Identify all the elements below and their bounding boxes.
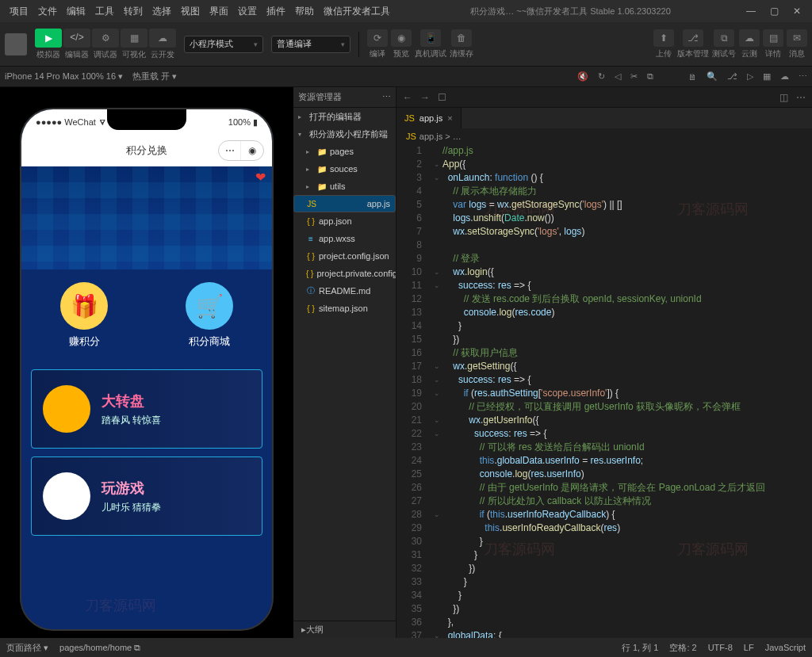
sim-rotate-icon[interactable]: ↻ (598, 71, 605, 82)
file-label: app.wxss (319, 234, 355, 243)
toolbar-button[interactable]: ⟳编译 (367, 29, 388, 59)
menu-item[interactable]: 项目 (5, 6, 33, 17)
compile-select[interactable]: 普通编译▾ (271, 36, 350, 53)
device-select[interactable]: iPhone 14 Pro Max 100% 16 ▾ (5, 71, 123, 82)
status-cursor[interactable]: 行 1, 列 1 (622, 642, 658, 654)
file-label: pages (330, 147, 354, 156)
file-tree-item[interactable]: JSapp.js (293, 195, 396, 212)
editor-toolbar: ← → ☐ ◫ ⋯ (396, 87, 812, 108)
grid-item-mall[interactable]: 🛒 积分商城 (186, 282, 233, 349)
phone-frame: ●●●●● WeChat ⛛ 100% ▮ 积分兑换 ⋯ ◉ ❤ 🎁 赚积分 (20, 108, 274, 631)
file-tree-item[interactable]: { }project.private.config.js… (293, 265, 396, 282)
explorer-cloud-icon[interactable]: ☁ (780, 71, 789, 82)
file-tree-item[interactable]: ≡app.wxss (293, 230, 396, 247)
heart-icon[interactable]: ❤ (255, 170, 266, 185)
menu-item[interactable]: 插件 (262, 6, 290, 17)
menu-item[interactable]: 工具 (90, 6, 119, 17)
toolbar-button[interactable]: ⬆上传 (653, 29, 674, 59)
toolbar-button[interactable]: ☁云测 (739, 29, 760, 59)
editor-more-icon[interactable]: ⋯ (796, 92, 806, 103)
avatar[interactable] (5, 33, 27, 55)
explorer-more-icon[interactable]: ⋯ (799, 71, 807, 82)
file-tree-item[interactable]: ▸📁utils (293, 178, 396, 195)
explorer-more-icon[interactable]: ⋯ (382, 92, 391, 102)
menu-item[interactable]: 编辑 (62, 6, 90, 17)
status-indent[interactable]: 空格: 2 (669, 642, 696, 654)
mode-select[interactable]: 小程序模式▾ (184, 36, 263, 53)
explorer-ext-icon[interactable]: ▦ (763, 71, 771, 82)
simulator-bar: iPhone 14 Pro Max 100% 16 ▾ 热重载 开 ▾ 🔇 ↻ … (0, 67, 812, 87)
menu-item[interactable]: 微信开发者工具 (319, 6, 395, 17)
bookmark-icon[interactable]: ☐ (438, 92, 446, 103)
nav-back-icon[interactable]: ← (403, 92, 412, 103)
phone-status-left: ●●●●● WeChat ⛛ (36, 117, 107, 127)
status-page-path[interactable]: pages/home/home ⧉ (59, 643, 140, 653)
phone-title-bar: 积分兑换 ⋯ ◉ (21, 135, 272, 166)
window-minimize-icon[interactable]: — (746, 6, 756, 17)
nav-fwd-icon[interactable]: → (420, 92, 430, 103)
file-tree-item[interactable]: { }project.config.json (293, 247, 396, 265)
sim-back-icon[interactable]: ◁ (615, 71, 621, 82)
toolbar-button[interactable]: ⎇版本管理 (677, 29, 709, 59)
editor-tab[interactable]: JS app.js × (396, 108, 462, 128)
mode-button[interactable]: ☁ (149, 29, 176, 48)
menu-item[interactable]: 转到 (119, 6, 147, 17)
capsule-button[interactable]: ⋯ ◉ (218, 140, 264, 161)
toolbar-icon: ⎇ (683, 29, 703, 47)
file-tree-item[interactable]: { }app.json (293, 212, 396, 230)
explorer-section[interactable]: ▾积分游戏小程序前端 (293, 125, 396, 143)
card-wheel[interactable]: 大转盘 踏春风 转惊喜 (31, 369, 262, 449)
capsule-menu-icon[interactable]: ⋯ (219, 141, 241, 160)
window-close-icon[interactable]: ✕ (793, 6, 801, 17)
toolbar-button[interactable]: ▤详情 (763, 29, 783, 59)
sim-popout-icon[interactable]: ⧉ (647, 71, 653, 82)
status-eol[interactable]: LF (744, 643, 754, 652)
capsule-close-icon[interactable]: ◉ (241, 141, 263, 160)
window-maximize-icon[interactable]: ▢ (770, 6, 779, 17)
file-tree-item[interactable]: ▸📁souces (293, 160, 396, 178)
menu-item[interactable]: 帮助 (290, 6, 319, 17)
file-tree-item[interactable]: { }sitemap.json (293, 300, 396, 317)
card-subtitle: 儿时乐 猜猜拳 (102, 501, 161, 514)
mode-button[interactable]: ⚙ (92, 29, 119, 48)
explorer-files-icon[interactable]: 🗎 (688, 72, 697, 82)
sim-cut-icon[interactable]: ✂ (630, 71, 638, 82)
sim-mute-icon[interactable]: 🔇 (577, 71, 588, 82)
toolbar-button[interactable]: ◉预览 (391, 29, 412, 59)
explorer-section[interactable]: ▸打开的编辑器 (293, 108, 396, 125)
toolbar-caption: 预览 (393, 48, 409, 59)
hot-reload-toggle[interactable]: 热重载 开 ▾ (132, 71, 177, 82)
toolbar-button[interactable]: 🗑清缓存 (450, 29, 473, 59)
folder-icon: 📁 (317, 182, 327, 191)
toolbar-button[interactable]: ⧉测试号 (712, 29, 736, 59)
menu-item[interactable]: 选择 (147, 6, 176, 17)
main-toolbar: ▶</>⚙▦☁模拟器编辑器调试器可视化云开发 小程序模式▾ 普通编译▾ ⟳编译◉… (0, 22, 812, 67)
menu-item[interactable]: 视图 (176, 6, 205, 17)
fold-column[interactable]: ⌄⌄⌄⌄⌄⌄⌄⌄⌄⌄⌄ (431, 144, 442, 638)
code-body[interactable]: //app.jsApp({ onLaunch: function () { //… (442, 144, 812, 638)
explorer-search-icon[interactable]: 🔍 (707, 71, 718, 82)
menu-item[interactable]: 设置 (233, 6, 262, 17)
status-page-path-label[interactable]: 页面路径 ▾ (6, 642, 48, 654)
toolbar-button[interactable]: ✉消息 (787, 29, 807, 59)
card-game[interactable]: 玩游戏 儿时乐 猜猜拳 (31, 456, 262, 536)
menu-item[interactable]: 界面 (205, 6, 233, 17)
status-lang[interactable]: JavaScript (765, 643, 806, 652)
breadcrumb[interactable]: JS app.js > … (396, 128, 812, 144)
file-tree-item[interactable]: ⓘREADME.md (293, 282, 396, 300)
mode-button[interactable]: </> (63, 29, 90, 48)
tab-label: app.js (419, 113, 442, 123)
explorer-debug-icon[interactable]: ▷ (747, 71, 753, 82)
outline-panel[interactable]: ▸ 大纲 (293, 621, 396, 638)
close-tab-icon[interactable]: × (447, 113, 452, 123)
split-editor-icon[interactable]: ◫ (779, 92, 788, 103)
toolbar-button[interactable]: 📱真机调试 (415, 29, 446, 59)
menu-item[interactable]: 文件 (33, 6, 62, 17)
mode-button[interactable]: ▦ (121, 29, 147, 48)
grid-item-earn[interactable]: 🎁 赚积分 (60, 282, 108, 349)
explorer-git-icon[interactable]: ⎇ (727, 71, 737, 82)
card-subtitle: 踏春风 转惊喜 (102, 414, 161, 427)
mode-button[interactable]: ▶ (35, 29, 62, 48)
status-encoding[interactable]: UTF-8 (708, 643, 733, 652)
file-tree-item[interactable]: ▸📁pages (293, 143, 396, 160)
